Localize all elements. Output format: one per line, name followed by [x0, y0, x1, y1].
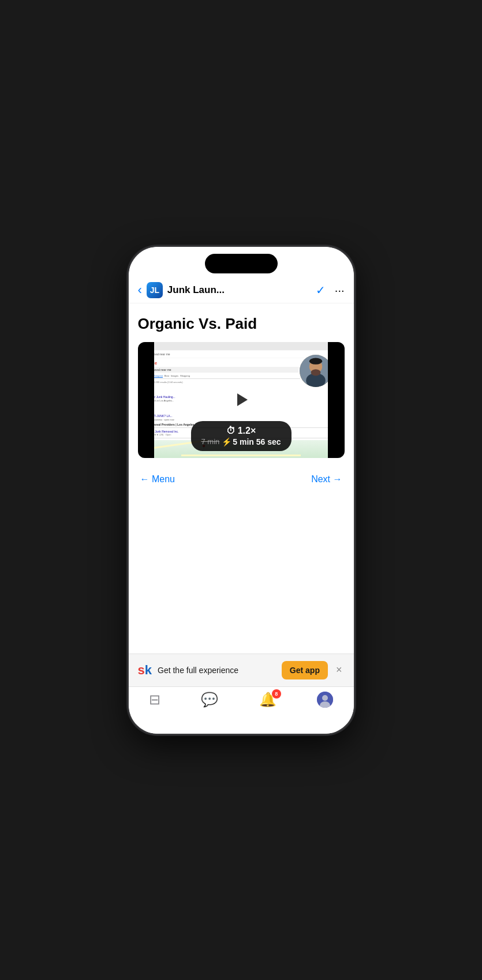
play-triangle-icon — [237, 393, 248, 406]
sk-k: k — [145, 663, 152, 677]
dynamic-island — [205, 254, 278, 273]
phone-screen: ‹ JL Junk Laun... ✓ ··· Organic Vs. Paid — [129, 247, 354, 734]
tab-notifications[interactable]: 🔔 8 — [250, 692, 286, 708]
nav-actions: ✓ ··· — [316, 283, 345, 297]
tab-profile[interactable] — [308, 692, 342, 708]
svg-rect-8 — [317, 692, 333, 708]
speed-time: 7 min ⚡ 5 min 56 sec — [201, 437, 281, 446]
back-button[interactable]: ‹ — [138, 283, 142, 298]
video-container[interactable]: junk removal near me Google junk removal… — [138, 342, 345, 458]
tab-bar: ⊟ 💬 🔔 8 — [129, 686, 354, 734]
tab-home[interactable]: ⊟ — [140, 692, 170, 708]
home-icon: ⊟ — [149, 692, 160, 708]
page-title: Organic Vs. Paid — [138, 315, 345, 333]
app-icon: JL — [147, 282, 163, 298]
browser-bar — [138, 342, 345, 350]
play-button[interactable] — [227, 385, 256, 414]
phone-frame: ‹ JL Junk Laun... ✓ ··· Organic Vs. Paid — [129, 247, 354, 734]
speed-overlay: ⏱ 1.2× 7 min ⚡ 5 min 56 sec — [190, 421, 291, 451]
more-icon[interactable]: ··· — [335, 284, 345, 297]
bottom-banner: sk Get the full experience Get app × — [129, 654, 354, 686]
lesson-nav: ← Menu Next → — [138, 467, 345, 491]
notification-badge-container: 🔔 8 — [259, 692, 277, 708]
svg-point-4 — [309, 358, 322, 364]
time-original: 7 min — [201, 437, 219, 446]
get-app-button[interactable]: Get app — [282, 661, 328, 679]
lightning-icon: ⚡ — [222, 437, 231, 446]
main-content: Organic Vs. Paid junk removal near me — [129, 303, 354, 654]
time-new: ⚡ 5 min 56 sec — [222, 437, 281, 446]
menu-button[interactable]: ← Menu — [140, 474, 175, 485]
nav-bar: ‹ JL Junk Laun... ✓ ··· — [129, 278, 354, 303]
user-avatar — [317, 692, 333, 708]
tab-chat[interactable]: 💬 — [192, 692, 227, 708]
sk-logo: sk — [138, 663, 152, 678]
check-icon[interactable]: ✓ — [316, 283, 326, 297]
chat-icon: 💬 — [201, 692, 218, 708]
next-button[interactable]: Next → — [311, 474, 342, 485]
notification-badge: 8 — [272, 689, 281, 699]
map-road-2 — [181, 455, 301, 456]
banner-text: Get the full experience — [158, 666, 276, 675]
video-bar-right — [328, 342, 345, 458]
status-bar — [129, 247, 354, 278]
svg-point-3 — [311, 369, 320, 376]
avatar-person — [300, 355, 332, 387]
video-bar-left — [138, 342, 155, 458]
sk-s: s — [138, 663, 145, 677]
speed-value: ⏱ 1.2× — [201, 426, 281, 436]
speed-clock-icon: ⏱ — [226, 426, 236, 436]
banner-close-button[interactable]: × — [334, 664, 345, 676]
nav-title: Junk Laun... — [167, 284, 316, 296]
